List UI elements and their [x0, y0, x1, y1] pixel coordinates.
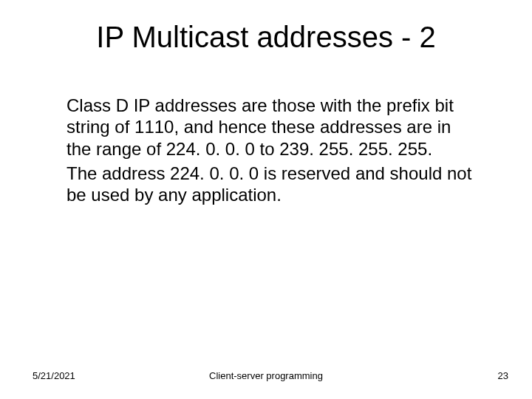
slide-body: Class D IP addresses are those with the …	[66, 95, 480, 208]
footer-center: Client-server programming	[0, 370, 532, 381]
paragraph: The address 224. 0. 0. 0 is reserved and…	[66, 163, 480, 206]
footer-page-number: 23	[498, 370, 508, 381]
slide-title: IP Multicast addresses - 2	[0, 21, 532, 54]
paragraph: Class D IP addresses are those with the …	[66, 95, 480, 160]
slide: IP Multicast addresses - 2 Class D IP ad…	[0, 0, 532, 399]
